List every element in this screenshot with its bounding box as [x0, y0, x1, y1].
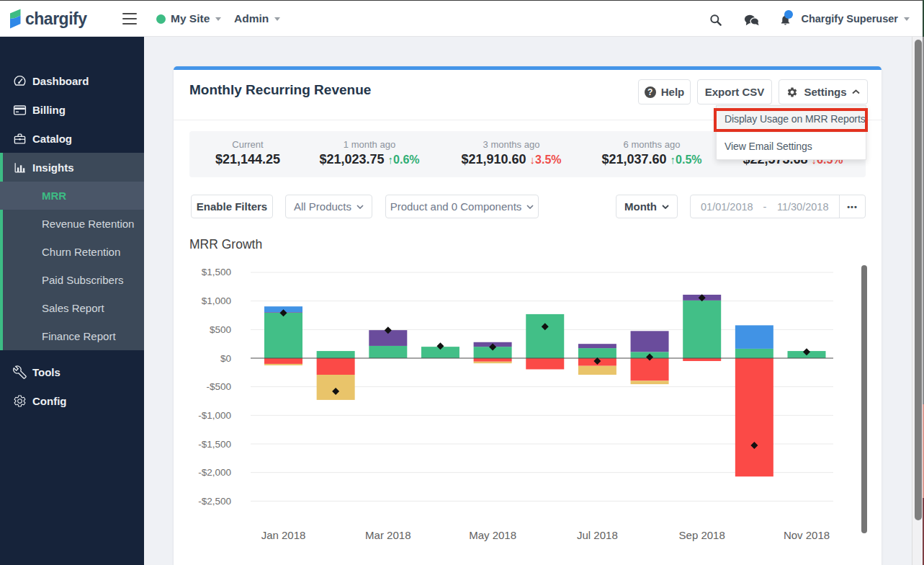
- chevron-up-icon: [852, 89, 860, 94]
- components-filter-dropdown[interactable]: Product and 0 Components: [385, 195, 539, 218]
- site-status-dot: [156, 14, 166, 24]
- svg-text:-$1,000: -$1,000: [198, 410, 231, 421]
- date-range-more-button[interactable]: •••: [839, 195, 865, 218]
- stat-3-months-ago: 3 months ago $21,910.60 ↓3.5%: [461, 131, 561, 177]
- menu-toggle-icon[interactable]: [122, 13, 137, 25]
- stat-6-months-ago: 6 months ago $21,037.60 ↑0.5%: [601, 131, 701, 177]
- svg-text:$1,500: $1,500: [202, 267, 231, 277]
- sidebar-item-billing[interactable]: Billing: [0, 95, 144, 124]
- enable-filters-button[interactable]: Enable Filters: [191, 195, 273, 218]
- stat-current: Current $21,144.25: [215, 131, 280, 177]
- svg-text:-$1,500: -$1,500: [198, 439, 231, 450]
- chevron-down-icon: [662, 205, 669, 209]
- products-filter-dropdown[interactable]: All Products: [285, 195, 372, 218]
- credit-card-icon: [13, 103, 27, 117]
- sidebar-item-catalog[interactable]: Catalog: [0, 124, 144, 153]
- svg-text:$500: $500: [210, 324, 231, 335]
- sidebar-item-mrr[interactable]: MRR: [0, 182, 144, 210]
- sidebar-item-insights[interactable]: Insights: [0, 153, 144, 182]
- svg-text:Mar 2018: Mar 2018: [365, 529, 411, 541]
- arrow-down-icon: ↓: [530, 154, 536, 166]
- page-title: Monthly Recurring Revenue: [189, 82, 371, 98]
- app-window: chargify My Site Admin: [0, 0, 924, 565]
- svg-text:$0: $0: [220, 353, 231, 364]
- sidebar-item-revenue-retention[interactable]: Revenue Retention: [0, 210, 144, 238]
- user-menu-label: Chargify Superuser: [801, 13, 898, 25]
- sidebar-item-churn-retention[interactable]: Churn Retention: [0, 238, 144, 266]
- chevron-down-icon: [215, 17, 221, 21]
- svg-text:May 2018: May 2018: [469, 529, 516, 541]
- search-icon[interactable]: [709, 13, 723, 27]
- date-start[interactable]: 01/01/2018: [691, 201, 763, 213]
- arrow-up-icon: ↑: [388, 154, 394, 166]
- svg-text:Jul 2018: Jul 2018: [577, 529, 618, 541]
- content-scrollbar-thumb[interactable]: [861, 265, 867, 533]
- brand-name: chargify: [25, 9, 86, 29]
- gear-icon: [13, 394, 27, 408]
- export-csv-button[interactable]: Export CSV: [697, 79, 772, 104]
- date-end[interactable]: 11/30/2018: [766, 201, 839, 213]
- arrow-up-icon: ↑: [670, 154, 676, 166]
- chargify-logo[interactable]: chargify: [9, 9, 86, 29]
- chevron-down-icon: [526, 205, 534, 209]
- chargify-logo-icon: [9, 9, 22, 29]
- card-accent-bar: [174, 66, 882, 70]
- chevron-down-icon: [274, 17, 280, 21]
- delta-up: ↑0.6%: [388, 154, 420, 166]
- chat-icon[interactable]: [743, 12, 760, 29]
- wrench-icon: [13, 365, 27, 379]
- menu-item-view-email-settings[interactable]: View Email Settings: [717, 133, 866, 161]
- svg-text:Nov 2018: Nov 2018: [784, 529, 830, 541]
- help-button[interactable]: ? Help: [638, 79, 691, 104]
- gauge-icon: [13, 74, 27, 88]
- sidebar-item-finance-report[interactable]: Finance Report: [0, 322, 144, 350]
- mrr-growth-chart: $1,500$1,000$500$0-$500-$1,000-$1,500-$2…: [174, 256, 882, 565]
- admin-menu-label: Admin: [234, 12, 269, 25]
- stat-1-month-ago: 1 month ago $21,023.75 ↑0.6%: [319, 131, 419, 177]
- notification-badge: [784, 10, 793, 19]
- svg-text:$1,000: $1,000: [202, 295, 231, 306]
- svg-text:-$2,500: -$2,500: [198, 496, 231, 507]
- delta-down: ↓3.5%: [530, 154, 562, 166]
- interval-dropdown[interactable]: Month: [616, 195, 678, 218]
- bar-chart-icon: [13, 161, 27, 174]
- svg-text:-$2,000: -$2,000: [198, 467, 231, 478]
- chevron-down-icon: [356, 205, 364, 209]
- svg-text:Sep 2018: Sep 2018: [679, 529, 725, 541]
- menu-item-display-usage[interactable]: Display Usage on MRR Reports: [717, 106, 866, 133]
- user-menu[interactable]: Chargify Superuser: [801, 1, 910, 37]
- sidebar-item-tools[interactable]: Tools: [0, 357, 144, 386]
- gear-icon: [786, 86, 798, 98]
- top-navbar: chargify My Site Admin: [0, 0, 924, 37]
- question-icon: ?: [645, 86, 656, 98]
- settings-dropdown-menu: Display Usage on MRR Reports View Email …: [716, 105, 866, 160]
- sidebar-item-config[interactable]: Config: [0, 386, 144, 415]
- sidebar-item-sales-report[interactable]: Sales Report: [0, 294, 144, 322]
- sidebar-item-paid-subscribers[interactable]: Paid Subscribers: [0, 266, 144, 294]
- sidebar-item-dashboard[interactable]: Dashboard: [0, 66, 144, 95]
- admin-menu[interactable]: Admin: [234, 1, 280, 37]
- page-scrollbar-thumb[interactable]: [915, 40, 922, 520]
- mrr-report-card: Monthly Recurring Revenue ? Help Export …: [174, 66, 882, 565]
- svg-text:-$500: -$500: [206, 381, 231, 392]
- site-selector-label: My Site: [171, 12, 210, 25]
- svg-text:Jan 2018: Jan 2018: [261, 529, 306, 541]
- date-range-input[interactable]: 01/01/2018 - 11/30/2018 •••: [690, 195, 866, 218]
- settings-button[interactable]: Settings: [779, 79, 868, 104]
- notifications-bell[interactable]: [779, 14, 791, 26]
- delta-up: ↑0.5%: [670, 154, 702, 166]
- site-selector[interactable]: My Site: [156, 1, 221, 37]
- briefcase-icon: [13, 132, 27, 146]
- chevron-down-icon: [904, 17, 910, 21]
- sidebar-nav: Dashboard Billing Catalog: [0, 37, 144, 565]
- chart-title: MRR Growth: [189, 237, 262, 252]
